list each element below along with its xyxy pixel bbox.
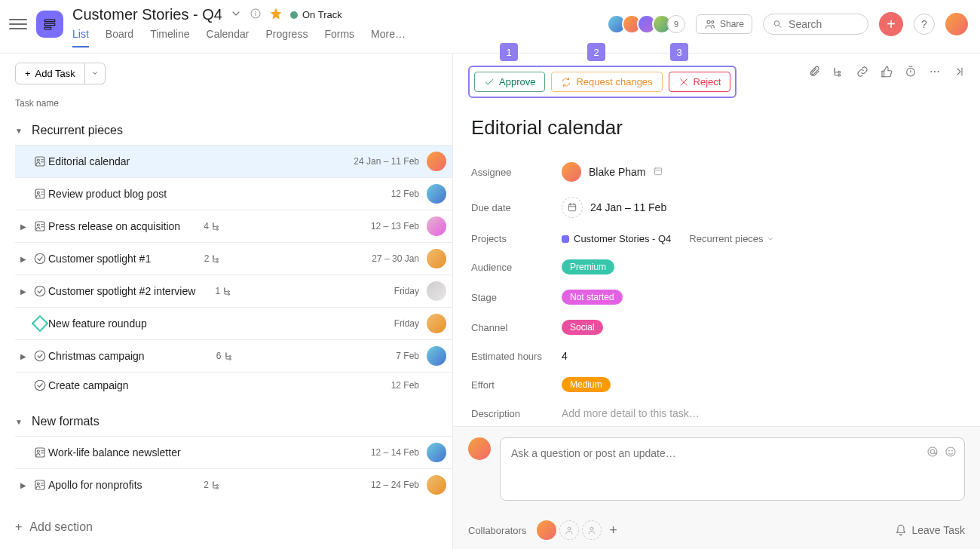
task-date: 12 Feb <box>391 189 419 199</box>
assignee-value[interactable]: Blake Pham <box>562 162 663 182</box>
comment-input[interactable] <box>511 447 909 459</box>
task-row[interactable]: ▶Create campaign12 Feb <box>15 372 452 398</box>
task-row[interactable]: ▶Christmas campaign6 7 Feb <box>15 339 452 372</box>
approve-button[interactable]: Approve <box>474 72 545 92</box>
share-button[interactable]: Share <box>696 14 752 34</box>
attachment-icon[interactable] <box>808 66 820 80</box>
subtasks-icon[interactable] <box>832 66 844 80</box>
task-row[interactable]: ▶Editorial calendar24 Jan – 11 Feb <box>15 145 452 177</box>
section-selector[interactable]: Recurrent pieces <box>689 233 773 244</box>
member-avatar-stack[interactable]: 9 <box>611 14 685 34</box>
effort-chip[interactable]: Medium <box>562 377 611 392</box>
task-type-icon[interactable] <box>32 187 48 201</box>
leave-task-button[interactable]: Leave Task <box>895 524 965 536</box>
task-assignee-avatar[interactable] <box>427 443 446 462</box>
task-name: Work-life balance newsletter <box>48 446 210 459</box>
project-chip[interactable]: Customer Stories - Q4 <box>562 233 671 244</box>
task-type-icon[interactable] <box>32 155 48 168</box>
comment-box[interactable] <box>500 437 965 501</box>
task-type-icon[interactable] <box>32 349 48 363</box>
section-header[interactable]: ▼New formats <box>15 407 452 436</box>
reject-button[interactable]: Reject <box>669 72 731 92</box>
description-placeholder[interactable]: Add more detail to this task… <box>562 407 700 419</box>
tab-more[interactable]: More… <box>371 28 406 48</box>
project-icon[interactable] <box>36 11 63 38</box>
add-section-button[interactable]: + Add section <box>15 510 452 544</box>
task-type-icon[interactable] <box>32 446 48 459</box>
task-assignee-avatar[interactable] <box>427 314 446 333</box>
project-title[interactable]: Customer Stories - Q4 <box>72 6 222 23</box>
timer-icon[interactable] <box>905 66 917 80</box>
task-expand-caret[interactable]: ▶ <box>15 255 32 263</box>
task-assignee-avatar[interactable] <box>427 346 446 366</box>
menu-toggle[interactable] <box>9 15 27 33</box>
task-assignee-avatar[interactable] <box>427 249 446 268</box>
tab-timeline[interactable]: Timeline <box>150 28 189 48</box>
task-name: Customer spotlight #1 <box>48 253 198 265</box>
global-add-button[interactable]: + <box>879 12 903 36</box>
title-block: Customer Stories - Q4 On Track ListBoard… <box>72 6 611 48</box>
task-expand-caret[interactable]: ▶ <box>15 481 32 489</box>
request-changes-button[interactable]: Request changes <box>551 72 662 92</box>
task-type-icon[interactable] <box>32 219 48 233</box>
tab-list[interactable]: List <box>72 28 89 48</box>
task-detail-title[interactable]: Editorial calendar <box>471 116 962 140</box>
task-type-icon[interactable] <box>32 284 48 298</box>
tab-forms[interactable]: Forms <box>324 28 354 48</box>
people-icon <box>704 18 716 30</box>
my-avatar[interactable] <box>945 13 968 35</box>
task-expand-caret[interactable]: ▶ <box>15 352 32 360</box>
link-icon[interactable] <box>856 66 868 80</box>
task-type-icon[interactable] <box>32 317 48 330</box>
task-assignee-avatar[interactable] <box>427 281 446 301</box>
task-expand-caret[interactable]: ▶ <box>15 222 32 231</box>
search-input[interactable] <box>789 18 859 30</box>
add-task-dropdown[interactable] <box>85 63 106 84</box>
task-row[interactable]: ▶Review product blog post12 Feb <box>15 177 452 210</box>
due-date-value[interactable]: 24 Jan – 11 Feb <box>562 197 666 218</box>
task-assignee-avatar[interactable] <box>427 152 446 171</box>
search-box[interactable] <box>763 14 868 35</box>
task-date: 12 – 13 Feb <box>371 221 419 232</box>
task-type-icon[interactable] <box>32 478 48 492</box>
star-icon[interactable] <box>269 7 283 23</box>
task-assignee-avatar[interactable] <box>427 475 446 495</box>
stage-chip[interactable]: Not started <box>562 290 623 305</box>
task-row[interactable]: ▶Customer spotlight #12 27 – 30 Jan <box>15 242 452 274</box>
section-header[interactable]: ▼Recurrent pieces <box>15 116 452 145</box>
status-pill[interactable]: On Track <box>290 9 342 20</box>
like-icon[interactable] <box>880 66 893 80</box>
task-expand-caret[interactable]: ▶ <box>15 287 32 296</box>
svg-rect-1 <box>44 23 54 26</box>
add-task-button[interactable]: + Add Task <box>15 63 85 84</box>
info-icon[interactable] <box>250 8 262 22</box>
task-row[interactable]: ▶Customer spotlight #2 interview1 Friday <box>15 274 452 307</box>
channel-chip[interactable]: Social <box>562 320 603 335</box>
add-collaborator-button[interactable]: + <box>609 523 617 538</box>
task-date: Friday <box>394 318 419 329</box>
collaborator-avatar[interactable] <box>537 520 556 540</box>
task-row[interactable]: ▶Apollo for nonprofits2 12 – 24 Feb <box>15 468 452 501</box>
tab-calendar[interactable]: Calendar <box>207 28 250 48</box>
hours-value[interactable]: 4 <box>562 350 568 362</box>
emoji-icon[interactable] <box>945 446 957 460</box>
close-panel-icon[interactable] <box>953 66 965 80</box>
svg-point-15 <box>37 192 39 194</box>
task-type-icon[interactable] <box>32 379 48 392</box>
more-icon[interactable] <box>929 66 941 80</box>
task-row[interactable]: ▶New feature roundupFriday <box>15 307 452 339</box>
task-row[interactable]: ▶Work-life balance newsletter12 – 14 Feb <box>15 436 452 468</box>
title-dropdown-icon[interactable] <box>230 8 242 22</box>
tab-board[interactable]: Board <box>106 28 133 48</box>
help-button[interactable]: ? <box>914 14 935 35</box>
mention-icon[interactable] <box>926 446 939 460</box>
task-type-icon[interactable] <box>32 252 48 265</box>
audience-chip[interactable]: Premium <box>562 259 614 274</box>
add-collaborator-slot[interactable] <box>582 520 602 540</box>
task-assignee-avatar[interactable] <box>427 216 446 236</box>
add-collaborator-slot[interactable] <box>559 520 579 540</box>
description-label: Description <box>471 408 562 419</box>
task-row[interactable]: ▶Press release on acquisition4 12 – 13 F… <box>15 210 452 242</box>
task-assignee-avatar[interactable] <box>427 184 446 204</box>
tab-progress[interactable]: Progress <box>265 28 308 48</box>
